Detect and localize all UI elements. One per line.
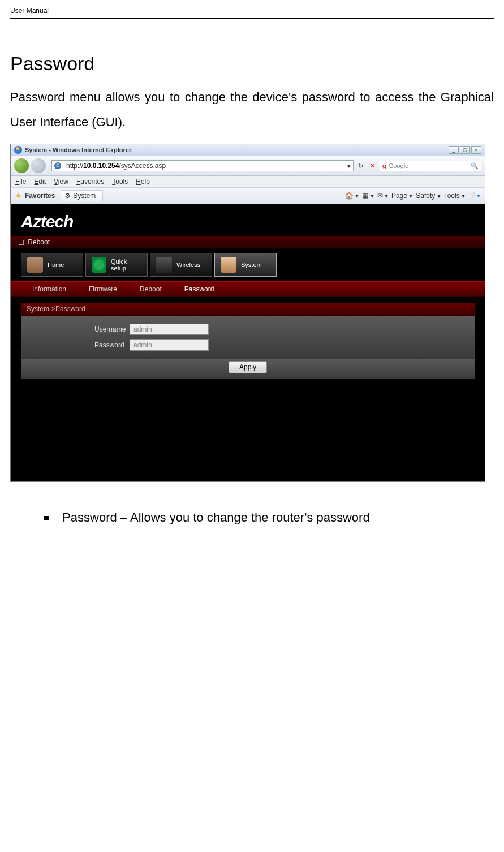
menu-tools[interactable]: Tools (112, 178, 128, 186)
reboot-bar: Reboot (11, 236, 485, 248)
brand-logo: Aztech (21, 212, 73, 231)
reboot-icon[interactable] (19, 240, 24, 245)
router-page: Aztech Reboot Home Quick setup Wireless … (11, 204, 485, 481)
search-go-icon[interactable]: 🔍 (471, 162, 479, 170)
window-title: System - Windows Internet Explorer (25, 147, 449, 153)
url-host: 10.0.10.254 (83, 162, 119, 170)
subtab-reboot[interactable]: Reboot (128, 282, 173, 296)
subtab-password[interactable]: Password (173, 282, 226, 296)
tab-quick-label: Quick setup (111, 258, 141, 272)
password-row: Password (38, 337, 458, 353)
menu-bar: File Edit View Favorites Tools Help (11, 176, 485, 188)
menu-edit[interactable]: Edit (34, 178, 46, 186)
password-panel: System->Password Username Password Apply (21, 303, 475, 379)
home-icon[interactable]: 🏠 ▾ (345, 192, 359, 200)
password-label: Password (38, 341, 117, 349)
main-tabs: Home Quick setup Wireless System (11, 248, 485, 281)
toolbar-tools[interactable]: Tools ▾ (444, 192, 465, 200)
forward-button[interactable]: → (31, 158, 46, 173)
button-row: Apply (21, 359, 475, 379)
page-icon (54, 162, 61, 169)
search-bar[interactable]: g Google 🔍 (380, 161, 481, 171)
feed-icon[interactable]: ▦ ▾ (362, 192, 373, 200)
tab-system[interactable]: System (214, 253, 277, 277)
username-row: Username (38, 321, 458, 337)
favorites-star-icon[interactable]: ★ (15, 192, 21, 200)
sub-tabs: Information Firmware Reboot Password (11, 281, 485, 297)
doc-header: User Manual (10, 7, 494, 15)
google-icon: g (382, 162, 386, 169)
window-buttons: _ □ × (449, 146, 481, 154)
close-button[interactable]: × (471, 146, 481, 154)
home-tab-icon (27, 257, 43, 273)
refresh-button[interactable]: ↻ (356, 162, 365, 170)
url-prefix: http:// (66, 162, 83, 170)
favorites-bar: ★ Favorites ⚙ System 🏠 ▾ ▦ ▾ ✉ ▾ Page ▾ … (11, 188, 485, 204)
tab-system-label: System (241, 261, 262, 268)
tab-gear-icon: ⚙ (64, 192, 71, 200)
wireless-tab-icon (156, 257, 172, 273)
maximize-button[interactable]: □ (460, 146, 470, 154)
logo-bar: Aztech (11, 204, 485, 236)
ie-window: System - Windows Internet Explorer _ □ ×… (10, 144, 485, 482)
favorites-label: Favorites (25, 192, 55, 200)
url-text: http://10.0.10.254/sysAccess.asp (66, 162, 166, 170)
tab-wireless[interactable]: Wireless (150, 253, 212, 277)
menu-file[interactable]: File (15, 178, 26, 186)
toolbar-right: 🏠 ▾ ▦ ▾ ✉ ▾ Page ▾ Safety ▾ Tools ▾ ❔▾ (345, 192, 480, 200)
apply-button[interactable]: Apply (229, 361, 267, 373)
search-placeholder: Google (389, 162, 408, 169)
bullet-text: Password – Allows you to change the rout… (62, 510, 370, 524)
section-title: Password (10, 53, 494, 75)
username-input (130, 324, 209, 335)
quick-tab-icon (92, 257, 106, 273)
minimize-button[interactable]: _ (449, 146, 459, 154)
form-rows: Username Password (21, 316, 475, 359)
ie-titlebar: System - Windows Internet Explorer _ □ × (11, 144, 485, 156)
help-icon[interactable]: ❔▾ (468, 192, 480, 200)
tab-home[interactable]: Home (21, 253, 83, 277)
tab-wireless-label: Wireless (176, 261, 200, 268)
username-label: Username (38, 325, 117, 333)
mail-icon[interactable]: ✉ ▾ (377, 192, 388, 200)
tab-home-label: Home (48, 261, 64, 268)
toolbar-page[interactable]: Page ▾ (391, 192, 412, 200)
menu-view[interactable]: View (54, 178, 68, 186)
reboot-label[interactable]: Reboot (28, 238, 50, 246)
page-tab[interactable]: ⚙ System (61, 190, 103, 201)
address-bar[interactable]: http://10.0.10.254/sysAccess.asp ▾ (51, 160, 354, 171)
tab-title: System (73, 192, 96, 200)
password-input[interactable] (130, 339, 209, 351)
dropdown-icon[interactable]: ▾ (347, 162, 351, 170)
url-path: /sysAccess.asp (119, 162, 166, 170)
menu-favorites[interactable]: Favorites (76, 178, 104, 186)
panel-title: System->Password (21, 303, 475, 316)
system-tab-icon (221, 257, 236, 273)
bullet-list: Password – Allows you to change the rout… (44, 510, 494, 525)
section-body: Password menu allows you to change the d… (10, 85, 494, 135)
nav-bar: ← → http://10.0.10.254/sysAccess.asp ▾ ↻… (11, 156, 485, 176)
subtab-firmware[interactable]: Firmware (77, 282, 128, 296)
back-button[interactable]: ← (14, 158, 29, 173)
subtab-information[interactable]: Information (21, 282, 77, 296)
tab-quick-setup[interactable]: Quick setup (85, 253, 148, 277)
bullet-icon (44, 516, 49, 520)
header-rule (10, 18, 494, 19)
toolbar-safety[interactable]: Safety ▾ (416, 192, 440, 200)
ie-icon (14, 146, 22, 154)
menu-help[interactable]: Help (136, 178, 150, 186)
stop-button[interactable]: ✕ (368, 162, 377, 170)
